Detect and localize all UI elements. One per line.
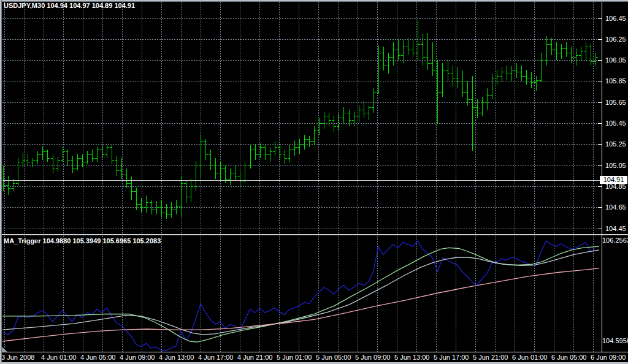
price-axis-label: 106.45 [605,15,626,22]
chart-title: USDJPY,M30 104.94 104.97 104.89 104.91 [4,2,135,9]
time-axis-label: 6 Jun 05:00 [551,354,587,361]
price-axis-label: 105.85 [605,77,626,85]
time-axis-label: 5 Jun 17:00 [434,354,469,361]
indicator-axis-max: 106.2563 [602,237,628,244]
indicator-lines [2,241,599,351]
time-axis-label: 4 Jun 01:00 [41,354,77,361]
time-axis-label: 4 Jun 13:00 [159,354,194,361]
grid-lines [2,2,602,352]
window-border-top-bevel [0,1,628,2]
price-bars [1,20,598,219]
time-axis-label: 5 Jun 13:00 [394,354,430,361]
indicator-axis-min: 104.5956 [602,337,628,344]
chart-window: USDJPY,M30 104.94 104.97 104.89 104.91 M… [0,0,628,364]
time-axis-label: 4 Jun 05:00 [80,354,116,361]
time-axis-label: 5 Jun 09:00 [355,354,391,361]
current-price-label: 104.91 [600,176,627,184]
fast-ma [2,246,599,342]
price-axis-label: 105.65 [605,99,626,106]
time-axis-label: 3 Jun 2008 [1,354,34,361]
time-axis-label: 6 Jun 09:00 [591,354,626,361]
time-axis-label: 4 Jun 21:00 [237,354,273,361]
frame-lines [0,2,628,352]
price-axis-label: 105.45 [605,119,626,127]
current-price-value: 104.91 [603,176,624,183]
price-axis-label: 105.05 [605,162,626,169]
price-axis-label: 106.05 [605,56,626,64]
time-axis-label: 5 Jun 05:00 [316,354,351,361]
price-axis-label: 105.25 [605,140,626,148]
time-axis-label: 5 Jun 21:00 [473,354,508,361]
time-axis-label: 4 Jun 17:00 [198,354,234,361]
time-axis-label: 5 Jun 01:00 [277,354,312,361]
window-border-left-bevel [1,0,2,364]
price-axis-label: 106.25 [605,36,626,43]
chart-canvas[interactable] [0,0,628,364]
price-axis-label: 104.65 [605,203,626,211]
mid-ma [2,250,599,335]
indicator-label: MA_Trigger 104.9880 105.3949 105.6965 10… [4,237,161,245]
time-axis-label: 6 Jun 01:00 [512,354,548,361]
price-axis-label: 104.45 [605,225,626,232]
time-axis-label: 4 Jun 09:00 [120,354,155,361]
